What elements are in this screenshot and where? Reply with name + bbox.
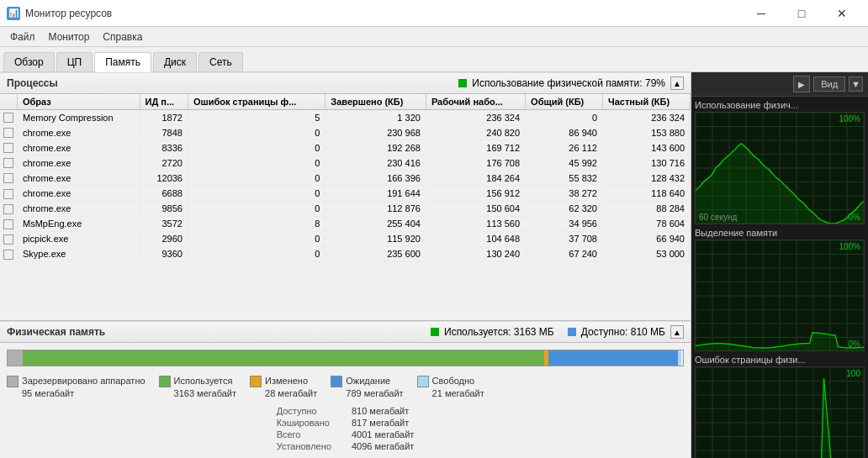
table-row[interactable]: Skype.exe 9360 0 235 600 130 240 67 240 … <box>0 246 691 261</box>
row-faults: 8 <box>188 216 325 231</box>
table-row[interactable]: chrome.exe 12036 0 166 396 184 264 55 83… <box>0 171 691 186</box>
table-row[interactable]: chrome.exe 2720 0 230 416 176 708 45 992… <box>0 155 691 171</box>
legend-color-modified <box>250 376 262 387</box>
row-shared: 62 320 <box>526 201 603 216</box>
processes-table: Образ ИД п... Ошибок страницы ф... Завер… <box>0 94 691 262</box>
col-check[interactable] <box>0 94 18 110</box>
table-row[interactable]: chrome.exe 6688 0 191 644 156 912 38 272… <box>0 186 691 201</box>
col-private[interactable]: Частный (КБ) <box>603 94 691 110</box>
legend-color-standby <box>331 376 342 387</box>
chart-page-faults: Ошибок страницы физи... 100 0 <box>691 353 868 458</box>
menu-monitor[interactable]: Монитор <box>42 29 97 45</box>
memory-collapse-btn[interactable]: ▲ <box>670 325 684 339</box>
col-pid[interactable]: ИД п... <box>140 94 188 110</box>
right-nav-btn[interactable]: ▶ <box>793 76 810 92</box>
tab-disk[interactable]: Диск <box>153 52 197 71</box>
processes-collapse-btn[interactable]: ▲ <box>670 76 684 90</box>
stat-label-installed: Установлено <box>277 441 331 451</box>
row-private: 53 000 <box>603 246 691 261</box>
row-check[interactable] <box>0 216 18 231</box>
chart3-canvas <box>696 367 864 458</box>
row-shared: 37 708 <box>526 231 603 246</box>
row-check[interactable] <box>0 186 18 201</box>
chart3-pct-top: 100 <box>846 369 860 378</box>
row-working: 240 820 <box>426 125 525 140</box>
row-private: 118 640 <box>603 186 691 201</box>
legend-standby: Ожидание 789 мегабайт <box>331 375 403 399</box>
tab-cpu[interactable]: ЦП <box>56 52 93 71</box>
legend-free: Свободно 21 мегабайт <box>417 375 484 399</box>
tab-network[interactable]: Сеть <box>198 52 243 71</box>
row-name: chrome.exe <box>18 155 140 171</box>
table-row[interactable]: chrome.exe 7848 0 230 968 240 820 86 940… <box>0 125 691 140</box>
table-row[interactable]: picpick.exe 2960 0 115 920 104 648 37 70… <box>0 231 691 246</box>
row-pid: 2720 <box>140 155 188 171</box>
chart1-canvas <box>696 113 864 224</box>
table-row[interactable]: MsMpEng.exe 3572 8 255 404 113 560 34 95… <box>0 216 691 231</box>
row-name: chrome.exe <box>18 125 140 140</box>
row-check[interactable] <box>0 140 18 155</box>
right-panel: ▶ Вид ▼ Использование физич... 100% 60 с… <box>691 72 868 458</box>
chart2-pct-top: 100% <box>839 242 860 251</box>
tab-overview[interactable]: Обзор <box>3 52 55 71</box>
legend-color-free <box>417 376 429 387</box>
view-dropdown-btn[interactable]: ▼ <box>849 76 863 92</box>
memory-bar <box>7 350 684 366</box>
menu-help[interactable]: Справка <box>96 29 149 45</box>
row-commit: 255 404 <box>326 216 426 231</box>
checkbox[interactable] <box>3 113 13 123</box>
row-pid: 7848 <box>140 125 188 140</box>
row-private: 128 432 <box>603 171 691 186</box>
row-working: 150 604 <box>426 201 525 216</box>
col-shared[interactable]: Общий (КБ) <box>526 94 603 110</box>
stat-val-installed: 4096 мегабайт <box>352 441 414 451</box>
legend-val-standby: 789 мегабайт <box>346 387 403 399</box>
checkbox[interactable] <box>3 204 13 214</box>
row-pid: 12036 <box>140 171 188 186</box>
row-check[interactable] <box>0 231 18 246</box>
stat-label-total: Всего <box>277 429 301 440</box>
checkbox[interactable] <box>3 158 13 168</box>
checkbox[interactable] <box>3 234 13 245</box>
chart1-label: Использование физич... <box>695 100 865 110</box>
col-commit[interactable]: Завершено (КБ) <box>326 94 426 110</box>
menu-file[interactable]: Файл <box>3 29 42 45</box>
row-working: 156 912 <box>426 186 525 201</box>
checkbox[interactable] <box>3 250 13 260</box>
row-faults: 0 <box>188 155 325 171</box>
row-check[interactable] <box>0 155 18 171</box>
row-private: 130 716 <box>603 155 691 171</box>
row-check[interactable] <box>0 125 18 140</box>
menu-bar: Файл Монитор Справка <box>0 27 868 47</box>
checkbox[interactable] <box>3 219 13 229</box>
row-commit: 192 268 <box>326 140 426 155</box>
checkbox[interactable] <box>3 143 13 153</box>
stat-val-available: 810 мегабайт <box>352 406 409 416</box>
table-row[interactable]: Memory Compression 1872 5 1 320 236 324 … <box>0 110 691 125</box>
row-check[interactable] <box>0 201 18 216</box>
processes-table-container[interactable]: Образ ИД п... Ошибок страницы ф... Завер… <box>0 94 691 320</box>
close-button[interactable]: ✕ <box>823 0 861 27</box>
row-check[interactable] <box>0 171 18 186</box>
checkbox[interactable] <box>3 173 13 183</box>
processes-section: Процессы Использование физической памяти… <box>0 72 691 320</box>
row-check[interactable] <box>0 246 18 261</box>
table-row[interactable]: chrome.exe 9856 0 112 876 150 604 62 320… <box>0 201 691 216</box>
row-commit: 191 644 <box>326 186 426 201</box>
table-row[interactable]: chrome.exe 8336 0 192 268 169 712 26 112… <box>0 140 691 155</box>
legend-label-reserved: Зарезервировано аппаратно <box>22 375 146 387</box>
mem-seg-standby <box>548 350 678 366</box>
view-button[interactable]: Вид <box>813 76 845 92</box>
checkbox[interactable] <box>3 189 13 199</box>
maximize-button[interactable]: □ <box>782 0 821 27</box>
stat-label-available: Доступно <box>277 406 317 416</box>
col-working[interactable]: Рабочий набо... <box>426 94 525 110</box>
row-check[interactable] <box>0 110 18 125</box>
tab-memory[interactable]: Память <box>94 52 151 72</box>
col-faults[interactable]: Ошибок страницы ф... <box>188 94 325 110</box>
col-name[interactable]: Образ <box>18 94 140 110</box>
memory-stats-values: 810 мегабайт 817 мегабайт 4001 мегабайт … <box>352 406 414 451</box>
checkbox[interactable] <box>3 128 13 138</box>
minimize-button[interactable]: ─ <box>742 0 781 27</box>
row-working: 104 648 <box>426 231 525 246</box>
